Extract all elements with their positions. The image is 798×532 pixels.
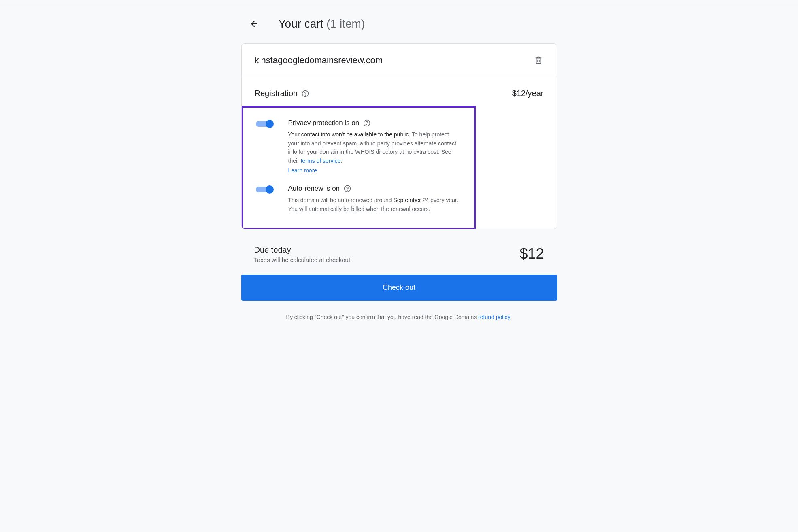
- help-icon: [302, 90, 309, 97]
- registration-label: Registration: [255, 89, 298, 98]
- domain-name: kinstagoogledomainsreview.com: [255, 55, 383, 66]
- registration-help-button[interactable]: [302, 90, 309, 97]
- help-icon: [363, 119, 370, 127]
- registration-title-row: Registration: [255, 89, 309, 98]
- checkout-button[interactable]: Check out: [241, 275, 557, 301]
- svg-point-3: [367, 124, 367, 125]
- registration-price: $12/year: [512, 89, 544, 98]
- autorenew-description: This domain will be auto-renewed around …: [288, 196, 462, 213]
- autorenew-content: Auto-renew is on This domain will be aut…: [288, 185, 462, 213]
- terms-of-service-link[interactable]: terms of service: [301, 157, 341, 164]
- learn-more-link[interactable]: Learn more: [288, 166, 462, 175]
- page-title: Your cart (1 item): [279, 17, 365, 30]
- due-today-title: Due today: [254, 245, 351, 255]
- toggle-thumb: [266, 185, 274, 194]
- back-arrow-button[interactable]: [249, 19, 259, 29]
- toggle-thumb: [266, 120, 274, 128]
- privacy-title: Privacy protection is on: [288, 119, 360, 127]
- privacy-description: Your contact info won't be available to …: [288, 130, 462, 175]
- domain-row: kinstagoogledomainsreview.com: [242, 44, 557, 77]
- privacy-section: Privacy protection is on Your contact in…: [256, 113, 462, 179]
- checkout-disclaimer: By clicking "Check out" you confirm that…: [241, 301, 557, 320]
- disclaimer-period: .: [511, 314, 512, 320]
- due-today-row: Due today Taxes will be calculated at ch…: [241, 229, 557, 275]
- delete-button[interactable]: [534, 55, 544, 65]
- privacy-help-button[interactable]: [363, 119, 370, 127]
- item-count: (1 item): [326, 17, 365, 30]
- autorenew-title: Auto-renew is on: [288, 185, 340, 193]
- svg-point-1: [305, 95, 306, 95]
- help-icon: [344, 185, 351, 192]
- due-today-amount: $12: [519, 245, 544, 262]
- privacy-desc-bold: Your contact info won't be available to …: [288, 131, 409, 138]
- privacy-period: .: [340, 157, 342, 164]
- options-highlight-box: Privacy protection is on Your contact in…: [241, 106, 476, 229]
- due-today-subtitle: Taxes will be calculated at checkout: [254, 256, 351, 263]
- cart-card: kinstagoogledomainsreview.com Registrati…: [241, 43, 557, 229]
- autorenew-desc-pre: This domain will be auto-renewed around: [288, 197, 394, 203]
- privacy-toggle[interactable]: [256, 120, 274, 128]
- svg-point-5: [347, 190, 348, 191]
- autorenew-date: September 24: [393, 197, 429, 203]
- page-header: Your cart (1 item): [249, 4, 557, 43]
- refund-policy-link[interactable]: refund policy: [478, 314, 510, 320]
- disclaimer-pre: By clicking "Check out" you confirm that…: [286, 314, 479, 320]
- page-title-text: Your cart: [279, 17, 323, 30]
- autorenew-toggle[interactable]: [256, 185, 274, 194]
- trash-icon: [534, 55, 543, 64]
- autorenew-help-button[interactable]: [344, 185, 351, 192]
- autorenew-section: Auto-renew is on This domain will be aut…: [256, 179, 462, 217]
- privacy-content: Privacy protection is on Your contact in…: [288, 119, 462, 175]
- arrow-back-icon: [249, 19, 259, 29]
- registration-header: Registration $12/year: [242, 77, 557, 106]
